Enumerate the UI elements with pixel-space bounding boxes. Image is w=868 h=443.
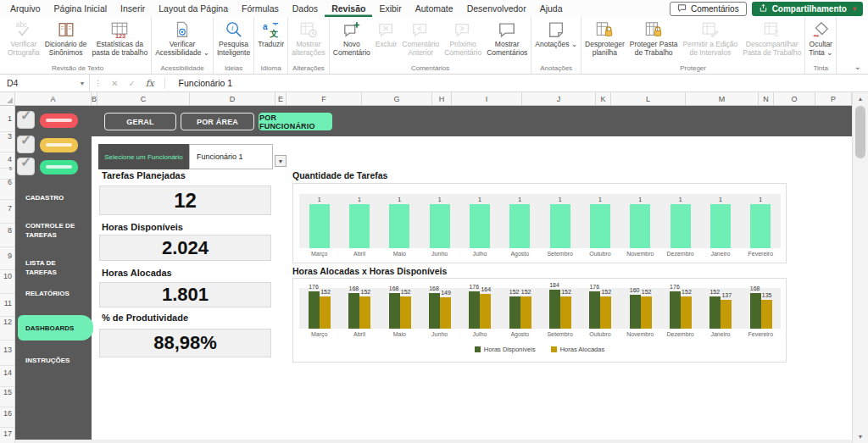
row-header-16[interactable]: 16 <box>3 409 12 418</box>
scroll-down-icon[interactable]: ▼ <box>853 431 868 442</box>
row-header-13[interactable]: 13 <box>3 346 12 354</box>
kpi-value-de-produtividade: 88,98% <box>99 329 271 357</box>
row-header-15[interactable]: 15 <box>3 388 12 396</box>
checkbox-toggle-2[interactable]: ✓ <box>17 136 35 153</box>
column-header-J[interactable]: J <box>522 92 596 105</box>
checkbox-toggle-1[interactable]: ✓ <box>17 111 35 129</box>
sidebar-item-instrucoes[interactable]: INSTRUÇÕES <box>25 357 86 366</box>
column-header-N[interactable]: N <box>759 92 774 105</box>
chart2-bar-disponiveis <box>630 295 641 329</box>
chart2-bar-disponiveis <box>670 291 681 329</box>
row-header-11[interactable]: 11 <box>4 299 12 307</box>
row-header-10[interactable]: 10 <box>3 272 12 280</box>
column-header-O[interactable]: O <box>774 92 815 105</box>
row-header-6[interactable]: 6 <box>8 178 12 186</box>
chart1-value-label: 1 <box>459 197 499 202</box>
column-header-F[interactable]: F <box>287 92 362 105</box>
sidebar-item-cadastro[interactable]: CADASTRO <box>25 194 86 203</box>
row-header-17[interactable]: 17 <box>3 429 12 438</box>
row-header-4[interactable]: 4 <box>8 155 12 163</box>
ribbon-button-ocultar-tinta[interactable]: Ocultar Tinta ⌄ <box>806 19 835 58</box>
cancel-icon[interactable]: ✕ <box>106 79 123 88</box>
column-header-H[interactable]: H <box>432 92 452 105</box>
ribbon-group-comentarios: Novo ComentárioExcluirComentário Anterio… <box>330 17 532 74</box>
enter-icon[interactable]: ✓ <box>123 79 140 88</box>
menu-tab-ajuda[interactable]: Ajuda <box>533 0 570 17</box>
menu-tab-revisao[interactable]: Revisão <box>325 0 372 17</box>
ribbon-button-proteger-pasta-de-trabalho[interactable]: Proteger Pasta de Trabalho <box>627 19 681 58</box>
menu-tab-dados[interactable]: Dados <box>286 0 325 17</box>
column-header-B[interactable]: B <box>92 92 97 105</box>
fx-icon[interactable]: fx <box>141 78 159 88</box>
ribbon-button-mostrar-comentarios[interactable]: Mostrar Comentários <box>484 19 530 58</box>
sidebar-item-relatorios[interactable]: RELATÓRIOS <box>25 290 86 299</box>
row-header-14[interactable]: 14 <box>3 368 12 377</box>
row-header-9[interactable]: 9 <box>8 252 12 260</box>
comments-button[interactable]: Comentários <box>670 2 747 16</box>
column-header-L[interactable]: L <box>611 92 686 105</box>
tab-geral[interactable]: GERAL <box>104 113 176 130</box>
select-all-corner[interactable] <box>0 92 15 105</box>
tab-por-area[interactable]: POR ÁREA <box>181 113 254 130</box>
menu-tab-exibir[interactable]: Exibir <box>372 0 408 17</box>
scroll-up-icon[interactable]: ▲ <box>853 93 868 104</box>
chart1-value-label: 1 <box>500 197 540 202</box>
row-header-3[interactable]: 3 <box>8 132 12 141</box>
column-header-E[interactable]: E <box>275 92 287 105</box>
ribbon-button-novo-comentario[interactable]: Novo Comentário <box>331 19 373 58</box>
ribbon-button-label: Proteger Pasta de Trabalho <box>630 41 678 57</box>
row-header-1[interactable]: 1 <box>8 114 12 123</box>
vertical-scrollbar[interactable]: ▲ ▼ <box>852 92 868 443</box>
column-header-D[interactable]: D <box>190 92 275 105</box>
scrollbar-thumb[interactable] <box>855 106 865 158</box>
chart2-bar-disponiveis <box>309 291 320 329</box>
row-header-5[interactable]: 5 <box>9 166 12 171</box>
name-box-value: D4 <box>7 78 18 88</box>
column-header-M[interactable]: M <box>686 92 759 105</box>
formula-value[interactable]: Funcionário 1 <box>170 78 233 88</box>
ribbon-button-traduzir[interactable]: a文Traduzir <box>255 19 287 50</box>
ribbon-button-pesquisa-inteligente[interactable]: iPesquisa Inteligente <box>214 19 253 58</box>
column-header-I[interactable]: I <box>452 92 522 105</box>
ribbon-button-label: Desproteger planilha <box>585 41 625 57</box>
hide-ink-icon <box>811 20 830 39</box>
row-header-8[interactable]: 8 <box>8 226 12 235</box>
column-header-K[interactable]: K <box>596 92 611 105</box>
menu-tab-inserir[interactable]: Inserir <box>114 0 152 17</box>
chart1-bar <box>750 204 771 248</box>
ribbon-button-desproteger-planilha[interactable]: Desproteger planilha <box>582 19 627 58</box>
sidebar-item-dashboards[interactable]: DASHBOARDS <box>18 315 93 341</box>
name-box[interactable]: D4 ▾ <box>0 75 90 91</box>
sidebar-item-lista-de-tarefas[interactable]: LISTA DE TAREFAS <box>25 259 86 278</box>
column-header-C[interactable]: C <box>97 92 190 105</box>
column-header-P[interactable]: P <box>815 92 852 105</box>
ribbon-collapse-chevron[interactable]: ⌄ <box>854 62 861 71</box>
row-header-7[interactable]: 7 <box>8 204 12 213</box>
tab-por-funcionario[interactable]: POR FUNCIONÁRIO <box>259 113 332 130</box>
checkbox-toggle-3[interactable]: ✓ <box>17 158 35 175</box>
share-button[interactable]: Compartilhamento ▾ <box>752 2 863 16</box>
ribbon-button-verificar-acessibilidade[interactable]: Verificar Acessibilidade ⌄ <box>153 19 212 58</box>
menu-tab-automate[interactable]: Automate <box>409 0 460 17</box>
chart1-bar-slot: 1 <box>660 194 700 248</box>
ribbon-button-dicionario-de-sinonimos[interactable]: Dicionário de Sinônimos <box>42 19 90 58</box>
menu-tab-desenvolvedor[interactable]: Desenvolvedor <box>460 0 533 17</box>
chart1-bar <box>349 204 370 248</box>
chart1-plot-area: 111111111111 <box>299 194 781 248</box>
chart2-bar-disponiveis <box>750 293 761 329</box>
employee-selector-value[interactable]: Funcionário 1 <box>189 144 273 169</box>
column-header-G[interactable]: G <box>362 92 432 105</box>
employee-selector-label: Selecione um Funcionário <box>98 144 189 169</box>
employee-selector-dropdown-icon[interactable]: ▼ <box>275 155 287 167</box>
chart2-value-alocadas: 152 <box>356 289 375 295</box>
menu-tab-formulas[interactable]: Fórmulas <box>235 0 286 17</box>
menu-tab-pagina-inicial[interactable]: Página Inicial <box>47 0 114 17</box>
name-box-dropdown-icon[interactable]: ▾ <box>81 80 84 87</box>
ribbon-button-estatisticas-da-pasta-de-trabalho[interactable]: 123Estatísticas da pasta de trabalho <box>89 19 150 58</box>
ribbon-button-anotacoes[interactable]: Anotações ⌄ <box>532 19 580 50</box>
column-header-A[interactable]: A <box>15 92 92 105</box>
sidebar-item-controle-de-tarefas[interactable]: CONTROLE DE TAREFAS <box>25 222 86 241</box>
menu-tab-arquivo[interactable]: Arquivo <box>3 0 47 17</box>
row-header-12[interactable]: 12 <box>3 318 12 326</box>
menu-tab-layout-da-pagina[interactable]: Layout da Página <box>152 0 235 17</box>
